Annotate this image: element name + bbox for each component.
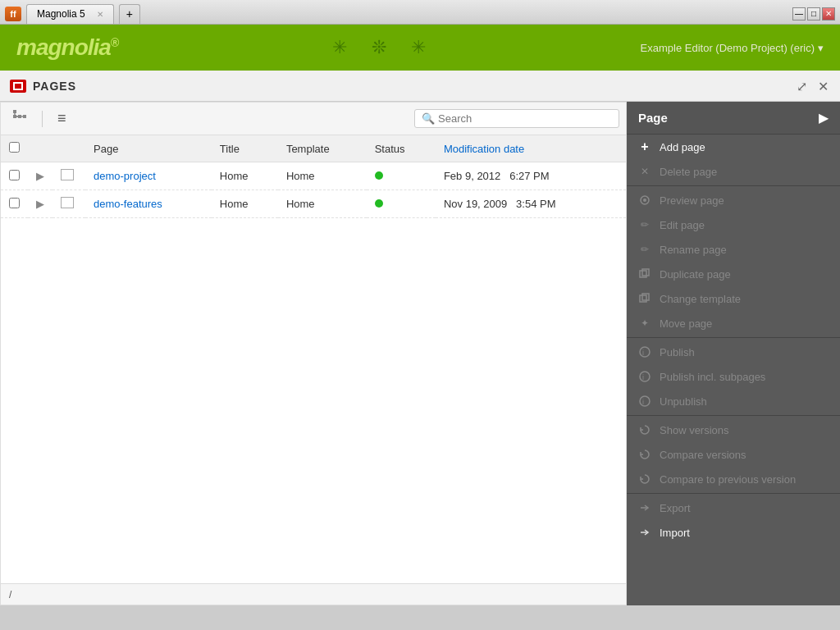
- duplicate-page-label: Duplicate page: [660, 268, 731, 281]
- unpublish-icon: i: [638, 395, 651, 408]
- panel-item-publish-subpages: i Publish incl. subpages: [627, 364, 840, 389]
- col-status: Status: [367, 135, 436, 162]
- search-icon: 🔍: [422, 112, 435, 125]
- row2-page-name[interactable]: demo-features: [85, 190, 212, 218]
- svg-point-13: [640, 347, 650, 357]
- tools-icon[interactable]: ✳: [332, 37, 347, 58]
- dropdown-icon: ▾: [818, 42, 824, 54]
- col-page: Page: [85, 135, 212, 162]
- panel-item-show-versions: Show versions: [627, 418, 840, 442]
- row2-title: Home: [212, 190, 278, 218]
- svg-point-15: [640, 372, 650, 381]
- compare-versions-icon: [638, 448, 651, 461]
- new-tab-button[interactable]: +: [119, 4, 140, 24]
- row2-expand-cell[interactable]: ▶: [28, 190, 52, 218]
- subheader: PAGES ⤢ ✕: [0, 71, 840, 102]
- col-moddate[interactable]: Modification date: [436, 135, 626, 162]
- export-label: Export: [660, 502, 691, 514]
- row2-icon-cell: [52, 190, 85, 218]
- status-dot: [375, 171, 383, 180]
- row2-template: Home: [278, 190, 367, 218]
- publish-label: Publish: [660, 346, 695, 358]
- move-icon: ✦: [638, 317, 651, 330]
- logo: magnolia®: [16, 34, 118, 61]
- publish-icon: i: [638, 345, 651, 358]
- close-button[interactable]: ✕: [822, 7, 835, 21]
- import-label: Import: [660, 527, 690, 539]
- add-icon: +: [638, 140, 651, 153]
- show-versions-icon: [638, 423, 651, 436]
- tab-close[interactable]: ✕: [97, 10, 103, 19]
- panel-separator-2: [627, 337, 840, 338]
- svg-rect-10: [642, 269, 649, 276]
- col-template: Template: [278, 135, 367, 162]
- panel-item-change-template: Change template: [627, 286, 840, 311]
- preview-page-label: Preview page: [660, 194, 724, 207]
- row1-checkbox-cell: [1, 162, 28, 190]
- pages-app-icon: [10, 80, 26, 93]
- row2-checkbox[interactable]: [9, 198, 20, 208]
- show-versions-label: Show versions: [660, 424, 729, 436]
- panel-separator-4: [627, 493, 840, 494]
- col-page-icon: [52, 135, 85, 162]
- window-controls: — □ ✕: [792, 7, 835, 21]
- table-row: ▶ demo-project Home Home Feb 9, 2012 6:2…: [1, 162, 626, 190]
- page-icon: [61, 169, 74, 180]
- row1-title: Home: [212, 162, 278, 190]
- compare-previous-icon: [638, 472, 651, 486]
- panel-header: Page ▶: [627, 102, 840, 135]
- menu-button[interactable]: ≡: [52, 107, 71, 130]
- tree-view-button[interactable]: [7, 106, 32, 131]
- star-icon[interactable]: ✳: [411, 37, 426, 58]
- panel-expand-icon[interactable]: ▶: [819, 110, 829, 126]
- export-icon: [638, 501, 651, 514]
- row1-checkbox[interactable]: [9, 170, 20, 180]
- publish-subpages-label: Publish incl. subpages: [660, 371, 765, 383]
- row1-expand-cell[interactable]: ▶: [28, 162, 52, 190]
- panel-title: Page: [638, 111, 668, 125]
- footer-bar: /: [1, 583, 626, 605]
- panel-item-export: Export: [627, 495, 840, 520]
- panel-item-unpublish: i Unpublish: [627, 389, 840, 413]
- logo-mark: ®: [111, 36, 118, 49]
- toolbar-separator-1: [42, 111, 43, 127]
- svg-rect-0: [13, 110, 16, 113]
- panel-item-compare-versions: Compare versions: [627, 442, 840, 467]
- topbar: magnolia® ✳ ❊ ✳ Example Editor (Demo Pro…: [0, 25, 840, 71]
- search-box: 🔍: [414, 109, 619, 128]
- svg-text:i: i: [642, 349, 644, 357]
- svg-text:i: i: [642, 373, 644, 381]
- duplicate-icon: [638, 267, 651, 281]
- svg-rect-12: [642, 294, 649, 300]
- tree-icon: [12, 109, 27, 124]
- svg-point-17: [640, 396, 650, 406]
- search-input[interactable]: [438, 112, 602, 125]
- change-template-label: Change template: [660, 293, 741, 305]
- select-all-checkbox[interactable]: [9, 142, 20, 153]
- panel-item-add-page[interactable]: + Add page: [627, 135, 840, 159]
- status-dot: [375, 199, 383, 208]
- delete-page-label: Delete page: [660, 166, 717, 178]
- panel-item-preview-page: Preview page: [627, 188, 840, 212]
- main-content: ≡ 🔍 Page Title Tem: [0, 102, 840, 605]
- panel-item-duplicate-page: Duplicate page: [627, 262, 840, 286]
- add-page-label: Add page: [660, 141, 705, 153]
- panel-item-import[interactable]: Import: [627, 520, 840, 545]
- row2-checkbox-cell: [1, 190, 28, 218]
- topbar-icons: ✳ ❊ ✳: [332, 37, 426, 58]
- row1-status: [367, 162, 436, 190]
- panel-item-delete-page: ✕ Delete page: [627, 159, 840, 184]
- user-menu[interactable]: Example Editor (Demo Project) (eric) ▾: [641, 42, 824, 54]
- svg-rect-9: [640, 271, 646, 277]
- browser-tab[interactable]: Magnolia 5 ✕: [26, 4, 114, 24]
- compare-versions-label: Compare versions: [660, 449, 746, 461]
- move-page-label: Move page: [660, 317, 712, 330]
- edit-page-label: Edit page: [660, 219, 705, 231]
- maximize-button[interactable]: □: [807, 7, 820, 21]
- import-icon: [638, 526, 651, 539]
- close-panel-button[interactable]: ✕: [815, 79, 830, 94]
- apps-icon[interactable]: ❊: [372, 37, 386, 58]
- row1-page-name[interactable]: demo-project: [85, 162, 212, 190]
- minimize-button[interactable]: —: [792, 7, 806, 21]
- expand-button[interactable]: ⤢: [794, 79, 809, 94]
